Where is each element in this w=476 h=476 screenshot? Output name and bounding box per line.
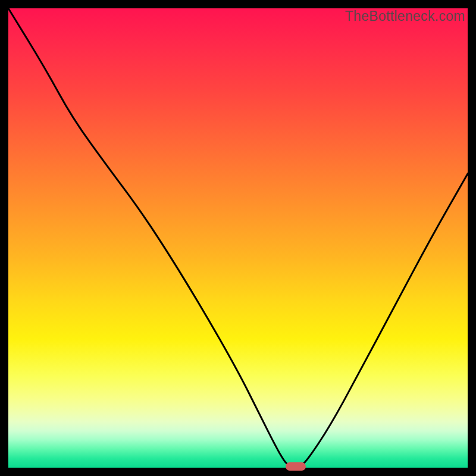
bottleneck-curve: [8, 8, 468, 468]
optimal-marker: [286, 462, 306, 471]
plot-area: TheBottleneck.com: [8, 8, 468, 468]
chart-frame: TheBottleneck.com: [0, 0, 476, 476]
